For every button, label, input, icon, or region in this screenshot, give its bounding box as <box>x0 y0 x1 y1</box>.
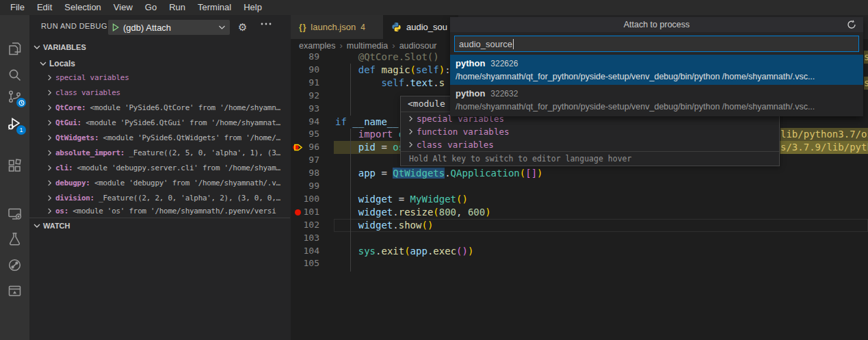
debug-sidebar: RUN AND DEBUG (gdb) Attach ⚙ VARIABLES L… <box>29 15 291 340</box>
code-line[interactable]: app = QtWidgets.QApplication([]) <box>335 167 868 180</box>
code-line[interactable]: widget.show() <box>335 219 868 232</box>
activity-bar: 1 <box>0 15 29 340</box>
variable-row[interactable]: special variables <box>29 70 291 85</box>
breakpoint-icon[interactable] <box>295 209 301 215</box>
json-icon: { } <box>299 23 306 32</box>
tab-audio-source[interactable]: audio_sou <box>383 15 458 39</box>
breadcrumb-item[interactable]: audiosour <box>399 41 437 51</box>
debug-inline-value: s <box>864 77 868 90</box>
line-number[interactable]: 102 <box>291 219 319 232</box>
line-number[interactable]: 89 <box>291 51 319 64</box>
variable-row[interactable]: os: <module 'os' from '/home/shyamnath/.… <box>29 205 291 217</box>
run-and-debug-icon[interactable]: 1 <box>7 116 23 132</box>
variable-row[interactable]: absolute_import: _Feature((2, 5, 0, 'alp… <box>29 145 291 160</box>
more-actions-icon[interactable] <box>261 23 272 25</box>
menu-run[interactable]: Run <box>163 0 192 15</box>
line-number[interactable]: 92 <box>291 90 319 103</box>
remote-explorer-icon[interactable] <box>7 206 23 222</box>
hover-variable-group[interactable]: function variables <box>401 125 779 138</box>
hover-variable-group[interactable]: class variables <box>401 138 779 151</box>
menu-terminal[interactable]: Terminal <box>192 0 237 15</box>
variable-row[interactable]: debugpy: <module 'debugpy' from '/home/s… <box>29 175 291 190</box>
chevron-down-icon <box>34 44 40 51</box>
line-number[interactable]: 95 <box>291 128 319 141</box>
text-cursor <box>513 39 514 49</box>
line-number[interactable]: 97 <box>291 154 319 167</box>
search-icon[interactable] <box>7 67 23 83</box>
panel-icon[interactable] <box>7 283 23 299</box>
menu-bar: FileEditSelectionViewGoRunTerminalHelp <box>0 0 868 15</box>
line-number[interactable]: 93 <box>291 103 319 116</box>
chevron-down-icon <box>34 222 40 229</box>
debug-inline-value: lib/python3.7/os <box>780 128 868 141</box>
extensions-icon[interactable] <box>7 158 23 174</box>
menu-help[interactable]: Help <box>237 0 268 15</box>
chevron-right-icon <box>47 165 53 171</box>
variable-row[interactable]: cli: <module 'debugpy.server.cli' from '… <box>29 160 291 175</box>
debug-config-dropdown[interactable]: (gdb) Attach <box>108 20 230 35</box>
line-number[interactable]: 91 <box>291 77 319 90</box>
menu-selection[interactable]: Selection <box>58 0 107 15</box>
menu-edit[interactable]: Edit <box>31 0 58 15</box>
menu-go[interactable]: Go <box>139 0 163 15</box>
start-debug-icon <box>112 23 119 31</box>
line-number[interactable]: 105 <box>291 257 319 270</box>
chevron-right-icon <box>47 90 53 96</box>
debug-inline-value: s <box>864 51 868 64</box>
chevron-right-icon <box>47 75 53 81</box>
debug-inline-value: s/3.7.9/lib/pyth <box>780 141 868 154</box>
line-number[interactable]: 103 <box>291 232 319 245</box>
process-pid: 322632 <box>490 89 518 99</box>
line-number[interactable]: 98 <box>291 167 319 180</box>
line-number[interactable]: 90 <box>291 64 319 77</box>
quick-input-title: Attach to process <box>450 17 863 32</box>
tab-launch-json[interactable]: { } launch.json 4 <box>291 15 383 39</box>
explorer-icon[interactable] <box>7 40 23 56</box>
line-number[interactable]: 94 <box>291 116 319 129</box>
line-number[interactable]: 104 <box>291 245 319 258</box>
quick-input-titlebar: Attach to process <box>450 17 863 32</box>
menu-file[interactable]: File <box>4 0 31 15</box>
config-label: (gdb) Attach <box>123 23 218 33</box>
line-number[interactable]: 100 <box>291 193 319 206</box>
refresh-icon[interactable] <box>847 20 856 29</box>
chevron-right-icon <box>47 105 53 111</box>
chevron-right-icon <box>47 135 53 141</box>
variable-row[interactable]: QtWidgets: <module 'PySide6.QtWidgets' f… <box>29 130 291 145</box>
testing-icon[interactable] <box>7 231 23 247</box>
code-line[interactable]: widget.resize(800, 600) <box>335 206 868 219</box>
chevron-down-icon <box>218 24 226 31</box>
process-item[interactable]: python322626/home/shyamnath/qt_for_pytho… <box>450 55 863 85</box>
menu-view[interactable]: View <box>107 0 139 15</box>
tab-problem-badge: 4 <box>360 23 365 32</box>
breadcrumb-item[interactable]: examples <box>299 41 336 51</box>
process-item[interactable]: python322632/home/shyamnath/qt_for_pytho… <box>450 85 863 115</box>
debug-panel-header: RUN AND DEBUG (gdb) Attach ⚙ <box>29 15 291 38</box>
hover-hint: Hold Alt key to switch to editor languag… <box>401 151 779 166</box>
code-line[interactable]: sys.exit(app.exec()) <box>335 245 868 258</box>
chevron-right-icon <box>47 120 53 126</box>
process-filter-input[interactable]: audio_source <box>454 36 859 52</box>
variable-row[interactable]: QtCore: <module 'PySide6.QtCore' from '/… <box>29 100 291 115</box>
breadcrumb-item[interactable]: multimedia <box>347 41 388 51</box>
chevron-right-icon <box>408 129 414 135</box>
python-icon <box>391 22 402 32</box>
variable-row[interactable]: class variables <box>29 85 291 100</box>
source-control-icon[interactable] <box>7 89 23 105</box>
chevron-down-icon <box>40 60 47 67</box>
chevron-right-icon <box>408 116 414 122</box>
variable-row[interactable]: QtGui: <module 'PySide6.QtGui' from '/ho… <box>29 115 291 130</box>
panel-title: RUN AND DEBUG <box>41 22 107 30</box>
variables-section-header[interactable]: VARIABLES <box>29 40 291 55</box>
line-number[interactable]: 99 <box>291 180 319 193</box>
code-line[interactable]: widget = MyWidget() <box>335 193 868 206</box>
variable-row[interactable]: division: _Feature((2, 2, 0, 'alpha', 2)… <box>29 190 291 205</box>
scope-locals[interactable]: Locals <box>29 56 291 71</box>
gear-icon[interactable]: ⚙ <box>238 21 247 34</box>
timeline-icon[interactable] <box>7 257 23 273</box>
chevron-right-icon <box>47 180 53 186</box>
watch-section-header[interactable]: WATCH <box>29 218 290 233</box>
current-frame-arrow-icon[interactable] <box>292 142 304 153</box>
process-command: /home/shyamnath/qt_for_python/pyside-set… <box>456 70 858 83</box>
process-command: /home/shyamnath/qt_for_python/pyside-set… <box>456 101 858 113</box>
